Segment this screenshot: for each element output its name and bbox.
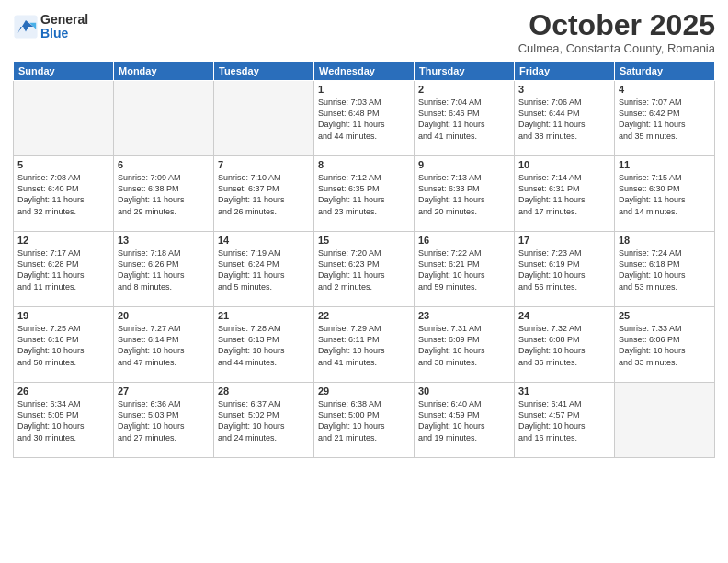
day-info: Sunrise: 7:29 AMSunset: 6:11 PMDaylight:… <box>318 323 410 368</box>
calendar-week-row: 26Sunrise: 6:34 AMSunset: 5:05 PMDayligh… <box>14 383 715 458</box>
day-number: 15 <box>318 235 410 246</box>
location: Culmea, Constanta County, Romania <box>518 41 715 55</box>
calendar-cell: 15Sunrise: 7:20 AMSunset: 6:23 PMDayligh… <box>314 232 415 307</box>
day-number: 7 <box>218 159 310 170</box>
calendar-cell: 19Sunrise: 7:25 AMSunset: 6:16 PMDayligh… <box>14 307 114 383</box>
day-number: 4 <box>619 84 711 95</box>
day-number: 21 <box>218 310 310 321</box>
calendar-cell: 14Sunrise: 7:19 AMSunset: 6:24 PMDayligh… <box>214 232 314 307</box>
calendar-cell: 11Sunrise: 7:15 AMSunset: 6:30 PMDayligh… <box>615 156 715 232</box>
calendar-cell: 5Sunrise: 7:08 AMSunset: 6:40 PMDaylight… <box>14 156 114 232</box>
day-info: Sunrise: 7:31 AMSunset: 6:09 PMDaylight:… <box>418 323 510 368</box>
calendar-cell <box>14 81 114 156</box>
month-title: October 2025 <box>518 9 715 41</box>
calendar-cell: 16Sunrise: 7:22 AMSunset: 6:21 PMDayligh… <box>415 232 515 307</box>
title-block: October 2025 Culmea, Constanta County, R… <box>518 9 715 55</box>
day-info: Sunrise: 7:32 AMSunset: 6:08 PMDaylight:… <box>518 323 610 368</box>
calendar-cell: 26Sunrise: 6:34 AMSunset: 5:05 PMDayligh… <box>14 383 114 458</box>
day-number: 24 <box>518 310 610 321</box>
calendar-week-row: 19Sunrise: 7:25 AMSunset: 6:16 PMDayligh… <box>14 307 715 383</box>
header-thursday: Thursday <box>415 62 515 81</box>
day-info: Sunrise: 6:40 AMSunset: 4:59 PMDaylight:… <box>418 398 510 443</box>
day-number: 19 <box>17 310 109 321</box>
calendar-cell <box>114 81 214 156</box>
day-info: Sunrise: 7:19 AMSunset: 6:24 PMDaylight:… <box>218 247 310 293</box>
day-number: 28 <box>218 385 310 396</box>
main-container: General Blue October 2025 Culmea, Consta… <box>0 0 728 563</box>
calendar-cell: 9Sunrise: 7:13 AMSunset: 6:33 PMDaylight… <box>415 156 515 232</box>
day-number: 12 <box>17 235 109 246</box>
calendar-cell: 21Sunrise: 7:28 AMSunset: 6:13 PMDayligh… <box>214 307 314 383</box>
day-info: Sunrise: 7:20 AMSunset: 6:23 PMDaylight:… <box>318 247 410 293</box>
day-info: Sunrise: 7:14 AMSunset: 6:31 PMDaylight:… <box>518 172 610 217</box>
day-number: 27 <box>118 385 210 396</box>
day-number: 23 <box>418 310 510 321</box>
logo-text: General Blue <box>40 13 88 41</box>
day-info: Sunrise: 7:33 AMSunset: 6:06 PMDaylight:… <box>619 323 711 368</box>
header-friday: Friday <box>515 62 615 81</box>
calendar-header-row: Sunday Monday Tuesday Wednesday Thursday… <box>14 62 715 81</box>
calendar-cell: 25Sunrise: 7:33 AMSunset: 6:06 PMDayligh… <box>615 307 715 383</box>
header-sunday: Sunday <box>14 62 114 81</box>
day-info: Sunrise: 7:09 AMSunset: 6:38 PMDaylight:… <box>118 172 210 217</box>
calendar-week-row: 5Sunrise: 7:08 AMSunset: 6:40 PMDaylight… <box>14 156 715 232</box>
calendar-cell: 12Sunrise: 7:17 AMSunset: 6:28 PMDayligh… <box>14 232 114 307</box>
logo-icon <box>13 14 39 40</box>
calendar-cell: 10Sunrise: 7:14 AMSunset: 6:31 PMDayligh… <box>515 156 615 232</box>
calendar-cell <box>615 383 715 458</box>
day-info: Sunrise: 6:34 AMSunset: 5:05 PMDaylight:… <box>17 398 109 443</box>
header-tuesday: Tuesday <box>214 62 314 81</box>
calendar-cell: 29Sunrise: 6:38 AMSunset: 5:00 PMDayligh… <box>314 383 415 458</box>
logo-general: General <box>40 13 88 27</box>
day-info: Sunrise: 7:08 AMSunset: 6:40 PMDaylight:… <box>17 172 109 217</box>
calendar-body: 1Sunrise: 7:03 AMSunset: 6:48 PMDaylight… <box>14 81 715 458</box>
day-number: 11 <box>619 159 711 170</box>
day-number: 9 <box>418 159 510 170</box>
calendar-cell: 8Sunrise: 7:12 AMSunset: 6:35 PMDaylight… <box>314 156 415 232</box>
calendar-cell: 23Sunrise: 7:31 AMSunset: 6:09 PMDayligh… <box>415 307 515 383</box>
day-info: Sunrise: 7:17 AMSunset: 6:28 PMDaylight:… <box>17 247 109 293</box>
day-number: 13 <box>118 235 210 246</box>
day-info: Sunrise: 6:36 AMSunset: 5:03 PMDaylight:… <box>118 398 210 443</box>
day-info: Sunrise: 7:18 AMSunset: 6:26 PMDaylight:… <box>118 247 210 293</box>
day-number: 1 <box>318 84 410 95</box>
day-number: 20 <box>118 310 210 321</box>
day-number: 22 <box>318 310 410 321</box>
calendar-cell: 27Sunrise: 6:36 AMSunset: 5:03 PMDayligh… <box>114 383 214 458</box>
calendar-cell: 6Sunrise: 7:09 AMSunset: 6:38 PMDaylight… <box>114 156 214 232</box>
day-info: Sunrise: 6:41 AMSunset: 4:57 PMDaylight:… <box>518 398 610 443</box>
calendar-week-row: 12Sunrise: 7:17 AMSunset: 6:28 PMDayligh… <box>14 232 715 307</box>
day-info: Sunrise: 7:10 AMSunset: 6:37 PMDaylight:… <box>218 172 310 217</box>
day-number: 25 <box>619 310 711 321</box>
day-info: Sunrise: 7:22 AMSunset: 6:21 PMDaylight:… <box>418 247 510 293</box>
calendar-cell: 13Sunrise: 7:18 AMSunset: 6:26 PMDayligh… <box>114 232 214 307</box>
day-info: Sunrise: 7:13 AMSunset: 6:33 PMDaylight:… <box>418 172 510 217</box>
day-info: Sunrise: 7:04 AMSunset: 6:46 PMDaylight:… <box>418 97 510 142</box>
day-info: Sunrise: 7:24 AMSunset: 6:18 PMDaylight:… <box>619 247 711 293</box>
calendar-cell: 18Sunrise: 7:24 AMSunset: 6:18 PMDayligh… <box>615 232 715 307</box>
day-info: Sunrise: 7:12 AMSunset: 6:35 PMDaylight:… <box>318 172 410 217</box>
day-number: 10 <box>518 159 610 170</box>
day-info: Sunrise: 7:25 AMSunset: 6:16 PMDaylight:… <box>17 323 109 368</box>
day-info: Sunrise: 7:06 AMSunset: 6:44 PMDaylight:… <box>518 97 610 142</box>
day-number: 18 <box>619 235 711 246</box>
day-number: 16 <box>418 235 510 246</box>
calendar-cell: 4Sunrise: 7:07 AMSunset: 6:42 PMDaylight… <box>615 81 715 156</box>
calendar-cell: 22Sunrise: 7:29 AMSunset: 6:11 PMDayligh… <box>314 307 415 383</box>
day-info: Sunrise: 7:27 AMSunset: 6:14 PMDaylight:… <box>118 323 210 368</box>
day-number: 6 <box>118 159 210 170</box>
calendar-cell: 3Sunrise: 7:06 AMSunset: 6:44 PMDaylight… <box>515 81 615 156</box>
day-info: Sunrise: 7:23 AMSunset: 6:19 PMDaylight:… <box>518 247 610 293</box>
logo-blue: Blue <box>40 27 88 40</box>
day-info: Sunrise: 7:07 AMSunset: 6:42 PMDaylight:… <box>619 97 711 142</box>
calendar-cell: 20Sunrise: 7:27 AMSunset: 6:14 PMDayligh… <box>114 307 214 383</box>
day-info: Sunrise: 6:37 AMSunset: 5:02 PMDaylight:… <box>218 398 310 443</box>
header-saturday: Saturday <box>615 62 715 81</box>
logo: General Blue <box>13 13 88 41</box>
calendar-cell: 24Sunrise: 7:32 AMSunset: 6:08 PMDayligh… <box>515 307 615 383</box>
day-number: 2 <box>418 84 510 95</box>
day-info: Sunrise: 6:38 AMSunset: 5:00 PMDaylight:… <box>318 398 410 443</box>
day-info: Sunrise: 7:03 AMSunset: 6:48 PMDaylight:… <box>318 97 410 142</box>
day-number: 3 <box>518 84 610 95</box>
day-number: 8 <box>318 159 410 170</box>
